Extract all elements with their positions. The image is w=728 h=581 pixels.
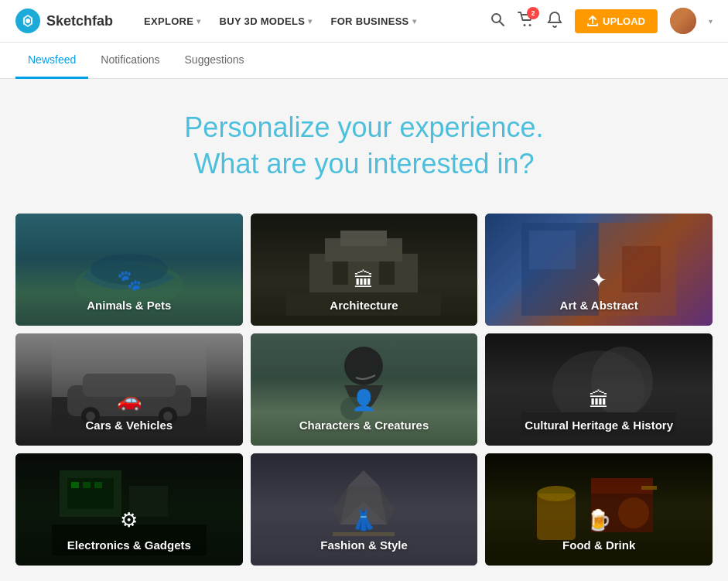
upload-button[interactable]: UPLOAD bbox=[575, 9, 658, 33]
category-icon-fashion: 👗 bbox=[351, 508, 376, 532]
sketchfab-logo-icon bbox=[15, 9, 40, 33]
category-overlay-art: ✦Art & Abstract bbox=[485, 214, 713, 326]
category-icon-art: ✦ bbox=[590, 268, 607, 292]
search-button[interactable] bbox=[490, 12, 505, 31]
category-overlay-cars: 🚗Cars & Vehicles bbox=[15, 333, 243, 446]
category-overlay-animals: 🐾Animals & Pets bbox=[15, 214, 243, 326]
header: Sketchfab EXPLORE ▾ BUY 3D MODELS ▾ FOR … bbox=[0, 0, 728, 43]
category-label-electronics: Electronics & Gadgets bbox=[67, 538, 191, 552]
avatar-chevron-icon[interactable]: ▾ bbox=[709, 17, 713, 26]
nav-explore[interactable]: EXPLORE ▾ bbox=[136, 11, 209, 32]
nav-buy3d[interactable]: BUY 3D MODELS ▾ bbox=[212, 11, 320, 32]
logo[interactable]: Sketchfab bbox=[15, 9, 113, 33]
logo-text: Sketchfab bbox=[46, 13, 113, 29]
headline: Personalize your experience. What are yo… bbox=[15, 110, 713, 183]
category-icon-electronics: ⚙ bbox=[120, 508, 138, 532]
categories-grid: 🐾Animals & Pets 🏛Architecture ✦Art & Abs… bbox=[15, 214, 713, 566]
category-card-cultural[interactable]: 🏛Cultural Heritage & History bbox=[485, 333, 713, 446]
category-overlay-fashion: 👗Fashion & Style bbox=[251, 453, 478, 566]
category-overlay-food: 🍺Food & Drink bbox=[485, 453, 713, 566]
buy3d-chevron-icon: ▾ bbox=[308, 17, 312, 26]
category-overlay-electronics: ⚙Electronics & Gadgets bbox=[15, 453, 243, 566]
category-card-architecture[interactable]: 🏛Architecture bbox=[251, 214, 478, 326]
cart-badge: 2 bbox=[527, 7, 539, 19]
category-overlay-cultural: 🏛Cultural Heritage & History bbox=[485, 333, 713, 446]
bell-icon bbox=[547, 11, 562, 28]
category-label-architecture: Architecture bbox=[330, 299, 398, 312]
tab-newsfeed[interactable]: Newsfeed bbox=[15, 43, 88, 79]
explore-chevron-icon: ▾ bbox=[197, 17, 200, 26]
category-card-fashion[interactable]: 👗Fashion & Style bbox=[251, 453, 478, 566]
tab-notifications[interactable]: Notifications bbox=[88, 43, 172, 79]
category-label-animals: Animals & Pets bbox=[87, 299, 171, 312]
header-actions: 2 UPLOAD ▾ bbox=[490, 8, 713, 34]
category-icon-food: 🍺 bbox=[586, 508, 611, 532]
upload-label: UPLOAD bbox=[603, 15, 645, 27]
category-card-electronics[interactable]: ⚙Electronics & Gadgets bbox=[15, 453, 243, 566]
notifications-button[interactable] bbox=[547, 11, 562, 32]
avatar-image bbox=[670, 8, 696, 34]
category-label-cultural: Cultural Heritage & History bbox=[525, 419, 673, 432]
category-overlay-architecture: 🏛Architecture bbox=[251, 214, 478, 326]
svg-line-3 bbox=[500, 21, 504, 26]
category-label-food: Food & Drink bbox=[562, 538, 635, 552]
headline-text: Personalize your experience. What are yo… bbox=[15, 110, 713, 183]
category-card-cars[interactable]: 🚗Cars & Vehicles bbox=[15, 333, 243, 446]
category-label-art: Art & Abstract bbox=[560, 299, 638, 312]
svg-point-4 bbox=[524, 24, 526, 26]
user-avatar[interactable] bbox=[670, 8, 696, 34]
category-icon-cars: 🚗 bbox=[117, 388, 142, 412]
main-nav: EXPLORE ▾ BUY 3D MODELS ▾ FOR BUSINESS ▾ bbox=[136, 11, 490, 32]
upload-icon bbox=[587, 15, 598, 26]
category-card-art[interactable]: ✦Art & Abstract bbox=[485, 214, 713, 326]
category-label-cars: Cars & Vehicles bbox=[86, 419, 173, 432]
category-card-animals[interactable]: 🐾Animals & Pets bbox=[15, 214, 243, 326]
category-label-fashion: Fashion & Style bbox=[320, 538, 408, 552]
cart-button[interactable]: 2 bbox=[518, 12, 535, 31]
search-icon bbox=[490, 12, 505, 27]
category-icon-architecture: 🏛 bbox=[354, 268, 374, 292]
nav-forbusiness[interactable]: FOR BUSINESS ▾ bbox=[323, 11, 423, 32]
forbusiness-chevron-icon: ▾ bbox=[412, 17, 416, 26]
category-overlay-characters: 👤Characters & Creatures bbox=[251, 333, 478, 446]
main-content: Personalize your experience. What are yo… bbox=[0, 79, 728, 581]
svg-point-1 bbox=[26, 19, 30, 23]
subnav: Newsfeed Notifications Suggestions bbox=[0, 43, 728, 79]
category-card-characters[interactable]: 👤Characters & Creatures bbox=[251, 333, 478, 446]
category-icon-characters: 👤 bbox=[351, 388, 376, 412]
category-label-characters: Characters & Creatures bbox=[299, 419, 429, 432]
category-card-food[interactable]: 🍺Food & Drink bbox=[485, 453, 713, 566]
tab-suggestions[interactable]: Suggestions bbox=[173, 43, 257, 79]
category-icon-cultural: 🏛 bbox=[589, 388, 609, 412]
category-icon-animals: 🐾 bbox=[117, 268, 142, 292]
svg-point-5 bbox=[529, 24, 531, 26]
